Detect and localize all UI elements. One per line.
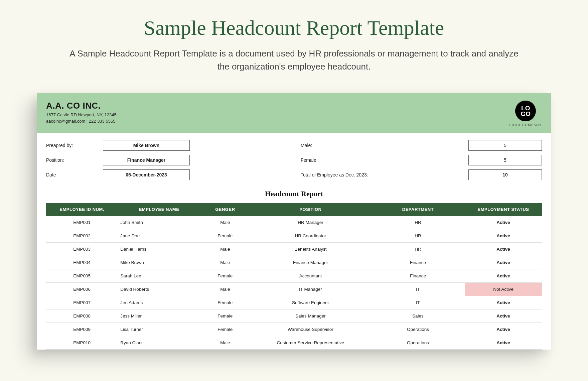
headcount-table: EMPLOYEE ID NUM.EMPLOYEE NAMEGENGERPOSIT… <box>46 203 542 350</box>
meta-field: Date05-December-2023 <box>46 169 287 180</box>
table-header: DEPARTMENT <box>371 203 465 216</box>
table-cell-position: Benefits Analyst <box>250 243 371 256</box>
table-row: EMP001John SmithMaleHR ManagerHRActive <box>46 216 542 229</box>
table-cell-department: IT <box>371 283 465 296</box>
table-cell-name: Mike Brown <box>118 256 200 269</box>
table-cell-position: Accountant <box>250 269 371 283</box>
company-address: 1677 Castle RD Newport, NY, 12345 <box>46 112 117 117</box>
table-row: EMP008Jess MillerFemaleSales ManagerSale… <box>46 309 542 323</box>
table-cell-name: Jane Doe <box>118 229 200 243</box>
status-badge: Active <box>465 323 542 336</box>
logo: LO GO LOGO COMPANY <box>509 101 542 127</box>
table-cell-name: Jen Adams <box>118 296 200 309</box>
meta-label: Total of Employee as Dec. 2023: <box>301 172 455 177</box>
table-cell-gender: Female <box>200 309 250 323</box>
table-cell-gender: Male <box>200 216 250 229</box>
status-badge: Not Active <box>465 283 542 296</box>
table-cell-position: HR Manager <box>250 216 371 229</box>
meta-value-box[interactable]: 5 <box>468 155 542 165</box>
table-cell-position: Customer Service Representative <box>250 336 371 350</box>
table-cell-id: EMP006 <box>46 283 118 296</box>
status-badge: Active <box>465 296 542 309</box>
table-row: EMP003Daniel HarrisMaleBenefits AnalystH… <box>46 243 542 256</box>
table-cell-position: Finance Manager <box>250 256 371 269</box>
meta-value-box[interactable]: 5 <box>468 140 542 151</box>
status-badge: Active <box>465 269 542 283</box>
table-cell-position: Warehouse Supervisor <box>250 323 371 336</box>
company-name: A.A. CO INC. <box>46 101 117 111</box>
meta-field: Position:Finance Manager <box>46 155 287 165</box>
table-cell-id: EMP004 <box>46 256 118 269</box>
table-header: POSITION <box>250 203 371 216</box>
table-cell-name: David Roberts <box>118 283 200 296</box>
table-cell-department: HR <box>371 243 465 256</box>
table-cell-gender: Male <box>200 243 250 256</box>
status-badge: Active <box>465 216 542 229</box>
table-header: EMPLOYEE NAME <box>118 203 200 216</box>
table-cell-id: EMP009 <box>46 323 118 336</box>
table-cell-gender: Male <box>200 256 250 269</box>
meta-label: Female: <box>301 157 455 163</box>
table-row: EMP009Lisa TurnerFemaleWarehouse Supervi… <box>46 323 542 336</box>
table-row: EMP010Ryan ClarkMaleCustomer Service Rep… <box>46 336 542 350</box>
table-cell-gender: Female <box>200 323 250 336</box>
table-header: EMPLOYEE ID NUM. <box>46 203 118 216</box>
table-cell-gender: Female <box>200 296 250 309</box>
table-cell-position: Software Engineer <box>250 296 371 309</box>
meta-field: Female:5 <box>301 155 542 165</box>
table-cell-department: IT <box>371 296 465 309</box>
table-cell-department: HR <box>371 216 465 229</box>
logo-caption: LOGO COMPANY <box>509 123 542 127</box>
table-row: EMP007Jen AdamsFemaleSoftware EngineerIT… <box>46 296 542 309</box>
status-badge: Active <box>465 309 542 323</box>
meta-value-box[interactable]: Finance Manager <box>103 155 190 165</box>
meta-label: Preapred by: <box>46 143 103 148</box>
table-cell-gender: Female <box>200 229 250 243</box>
logo-text-bottom: GO <box>521 111 531 117</box>
table-cell-id: EMP002 <box>46 229 118 243</box>
meta-field: Total of Employee as Dec. 2023:10 <box>301 169 542 180</box>
meta-label: Male: <box>301 143 455 148</box>
page-title: Sample Headcount Report Template <box>0 0 588 40</box>
table-cell-department: Sales <box>371 309 465 323</box>
table-cell-name: Jess Miller <box>118 309 200 323</box>
company-contact: aacoinc@gmail.com | 222 333 5555 <box>46 119 117 124</box>
table-cell-position: Sales Manager <box>250 309 371 323</box>
table-cell-id: EMP007 <box>46 296 118 309</box>
table-row: EMP005Sarah LeeFemaleAccountantFinanceAc… <box>46 269 542 283</box>
status-badge: Active <box>465 256 542 269</box>
meta-field: Male:5 <box>301 140 542 151</box>
table-header: EMPLOYMENT STATUS <box>465 203 542 216</box>
table-cell-name: John Smith <box>118 216 200 229</box>
table-cell-id: EMP001 <box>46 216 118 229</box>
meta-value-box[interactable]: 05-December-2023 <box>103 169 190 180</box>
table-cell-name: Lisa Turner <box>118 323 200 336</box>
table-cell-position: IT Manager <box>250 283 371 296</box>
table-cell-department: Operations <box>371 323 465 336</box>
meta-label: Position: <box>46 157 103 163</box>
meta-field: Preapred by:Mike Brown <box>46 140 287 151</box>
table-cell-id: EMP010 <box>46 336 118 350</box>
table-cell-department: Operations <box>371 336 465 350</box>
table-cell-gender: Female <box>200 269 250 283</box>
table-cell-gender: Male <box>200 283 250 296</box>
table-cell-position: HR Coordinator <box>250 229 371 243</box>
table-cell-id: EMP005 <box>46 269 118 283</box>
table-cell-name: Ryan Clark <box>118 336 200 350</box>
table-cell-department: Finance <box>371 256 465 269</box>
page-description: A Sample Headcount Report Template is a … <box>63 47 525 73</box>
document-preview: A.A. CO INC. 1677 Castle RD Newport, NY,… <box>37 93 551 350</box>
table-header: GENGER <box>200 203 250 216</box>
table-row: EMP006David RobertsMaleIT ManagerITNot A… <box>46 283 542 296</box>
meta-value-box[interactable]: 10 <box>468 169 542 180</box>
status-badge: Active <box>465 243 542 256</box>
meta-label: Date <box>46 172 103 177</box>
status-badge: Active <box>465 336 542 350</box>
table-row: EMP004Mike BrownMaleFinance ManagerFinan… <box>46 256 542 269</box>
table-cell-department: HR <box>371 229 465 243</box>
logo-icon: LO GO <box>515 101 536 121</box>
table-cell-id: EMP003 <box>46 243 118 256</box>
status-badge: Active <box>465 229 542 243</box>
meta-value-box[interactable]: Mike Brown <box>103 140 190 151</box>
table-cell-id: EMP008 <box>46 309 118 323</box>
